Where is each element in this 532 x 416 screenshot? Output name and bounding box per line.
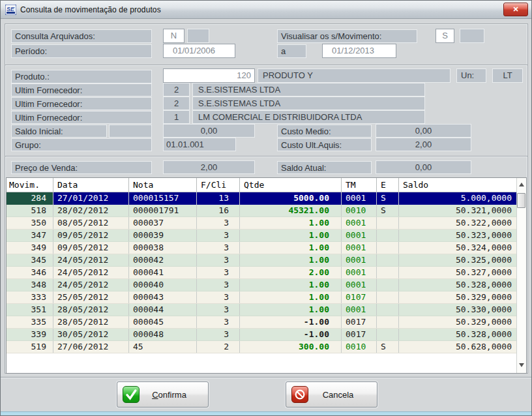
close-button[interactable]: ✕ (503, 3, 528, 16)
consulta-arquivados-label: Consulta Arquivados: (11, 29, 152, 43)
cell-nota: 000039 (129, 230, 197, 241)
cell-movim: 335 (7, 316, 53, 328)
cell-fcli: 16 (197, 205, 240, 216)
col-header-saldo[interactable]: Saldo (399, 178, 518, 192)
col-header-data[interactable]: Data (53, 178, 129, 192)
title-bar[interactable]: SE Consulta de movimentação de produtos … (1, 1, 531, 19)
cell-tm: 0001 (342, 304, 377, 316)
saldo-inicial-spacer-box (109, 125, 152, 138)
cell-fcli: 13 (197, 192, 240, 205)
periodo-to-field[interactable]: 01/12/2013 (322, 44, 396, 58)
scroll-up-icon[interactable] (519, 183, 524, 186)
cell-nota: 000045 (129, 316, 197, 328)
cell-qtde: -1.00 (240, 329, 342, 340)
cell-tm: 0107 (342, 291, 377, 303)
cancel-button[interactable]: Cancela (286, 381, 377, 408)
periodo-from-field[interactable]: 01/01/2006 (163, 44, 235, 58)
table-row[interactable]: 34824/05/201200004031.00000150.328,0000 (7, 279, 526, 291)
cell-fcli: 3 (197, 291, 240, 303)
check-icon (123, 386, 140, 403)
table-row[interactable]: 28427/01/2012000015157135000.000001S5.00… (7, 192, 526, 205)
periodo-a-label: a (277, 44, 306, 58)
cell-e: S (377, 192, 399, 205)
fornecedor-2-name: S.E.SISTEMAS LTDA (192, 97, 425, 110)
vertical-scrollbar[interactable] (516, 178, 526, 373)
cell-saldo: 50.325,0000 (399, 254, 518, 266)
fornecedor-1-label: Ultim Fornecedor: (11, 83, 152, 97)
confirm-button[interactable]: Confirma (117, 381, 209, 408)
fornecedor-1-name: S.E.SISTEMAS LTDA (192, 83, 425, 97)
col-header-qtde[interactable]: Qtde (240, 178, 342, 192)
cell-fcli: 3 (197, 242, 240, 254)
cell-qtde: 1.00 (240, 291, 342, 303)
scrollbar-thumb[interactable] (517, 193, 525, 208)
cell-data: 24/05/2012 (53, 254, 129, 266)
cell-e: S (377, 205, 399, 216)
window-title: Consulta de movimentação de produtos (20, 5, 161, 14)
fornecedor-3-code: 1 (163, 110, 190, 124)
cell-e (377, 304, 399, 316)
cell-qtde: 45321.00 (240, 205, 342, 216)
cell-qtde: 1.00 (240, 230, 342, 241)
cell-nota: 000048 (129, 329, 197, 340)
cell-qtde: 1.00 (240, 254, 342, 266)
col-header-movim[interactable]: Movim. (7, 178, 53, 192)
cell-movim: 346 (7, 267, 53, 278)
cell-nota: 000015157 (129, 192, 197, 205)
fornecedor-2-label: Ultim Fornecedor: (11, 97, 152, 110)
produto-code-field[interactable]: 120 (163, 68, 255, 83)
cell-nota: 000037 (129, 217, 197, 229)
cell-e: S (377, 341, 399, 353)
table-row[interactable]: 34909/05/201200003831.00000150.324,0000 (7, 242, 526, 254)
close-icon: ✕ (512, 5, 518, 14)
cell-tm: 0001 (342, 279, 377, 291)
cell-fcli: 2 (197, 341, 240, 353)
table-row[interactable]: 34709/05/201200003931.00000150.323,0000 (7, 230, 526, 242)
table-row[interactable]: 51927/06/2012452300.000010S50.628,0000 (7, 341, 526, 353)
cell-e (377, 267, 399, 278)
cell-nota: 000041 (129, 267, 197, 278)
cell-qtde: 1.00 (240, 279, 342, 291)
cell-fcli: 3 (197, 267, 240, 278)
cell-fcli: 3 (197, 279, 240, 291)
table-row[interactable]: 33528/05/20120000453-1.00001750.329,0000 (7, 316, 526, 329)
cell-nota: 000042 (129, 254, 197, 266)
cell-data: 28/05/2012 (53, 316, 129, 328)
visualisar-movimento-field[interactable]: S (436, 29, 454, 43)
prohibition-icon (291, 386, 308, 403)
cell-qtde: 1.00 (240, 217, 342, 229)
cell-data: 24/05/2012 (53, 279, 129, 291)
cell-qtde: 5000.00 (240, 192, 342, 205)
table-row[interactable]: 51828/02/20120000017911645321.000010S50.… (7, 205, 526, 217)
table-row[interactable]: 33325/05/201200004331.00010750.329,0000 (7, 291, 526, 304)
table-row[interactable]: 34524/05/201200004231.00000150.325,0000 (7, 254, 526, 267)
cell-e (377, 254, 399, 266)
table-row[interactable]: 33930/05/20120000483-1.00001750.328,0000 (7, 329, 526, 341)
col-header-nota[interactable]: Nota (129, 178, 197, 192)
cell-fcli: 3 (197, 230, 240, 241)
fornecedor-3-name: LM COMERCIAL E DISTRIBUIDORA LTDA (192, 110, 425, 124)
visualisar-aux-box (460, 29, 484, 43)
col-header-tm[interactable]: TM (342, 178, 377, 192)
cell-nota: 000001791 (129, 205, 197, 216)
cell-tm: 0017 (342, 316, 377, 328)
consulta-arquivados-field[interactable]: N (163, 29, 185, 43)
scroll-down-icon[interactable] (519, 363, 524, 367)
col-header-e[interactable]: E (377, 178, 399, 192)
cell-movim: 339 (7, 329, 53, 340)
cell-qtde: 2.00 (240, 267, 342, 278)
cell-data: 28/02/2012 (53, 205, 129, 216)
cell-movim: 351 (7, 304, 53, 316)
saldo-inicial-value: 0,00 (163, 124, 255, 138)
cell-saldo: 50.322,0000 (399, 217, 518, 229)
col-header-fcli[interactable]: F/Cli (197, 178, 240, 192)
table-row[interactable]: 35008/05/201200003731.00000150.322,0000 (7, 217, 526, 230)
buttonbar-divider (1, 377, 531, 378)
cell-e (377, 316, 399, 328)
table-row[interactable]: 35128/05/201200004431.00000150.330,0000 (7, 304, 526, 316)
table-row[interactable]: 34624/05/201200004132.00000150.327,0000 (7, 267, 526, 279)
cell-fcli: 3 (197, 217, 240, 229)
cell-fcli: 3 (197, 254, 240, 266)
cell-data: 24/05/2012 (53, 267, 129, 278)
cell-data: 09/05/2012 (53, 242, 129, 254)
